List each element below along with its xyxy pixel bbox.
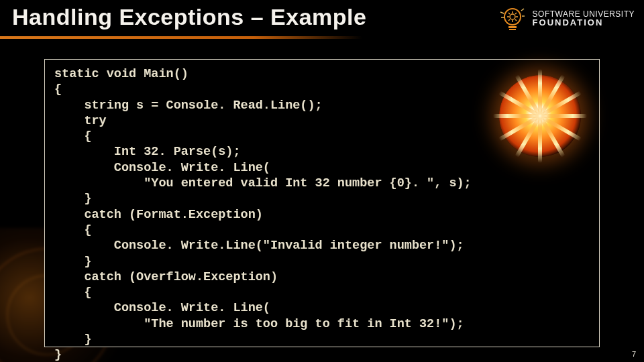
svg-line-9: [508, 19, 510, 21]
svg-point-1: [510, 14, 515, 19]
svg-line-12: [521, 9, 524, 11]
softuni-logo: SOFTWARE UNIVERSITY FOUNDATION: [499, 5, 635, 32]
code-content: static void Main() { string s = Console.…: [54, 66, 590, 362]
svg-line-8: [515, 13, 517, 14]
slide-title: Handling Exceptions – Example: [12, 4, 366, 30]
svg-line-10: [500, 12, 504, 13]
page-number: 7: [632, 350, 636, 358]
title-underline: [0, 36, 362, 39]
svg-line-6: [508, 13, 510, 14]
code-example-box: static void Main() { string s = Console.…: [44, 59, 600, 347]
lightbulb-gear-icon: [499, 5, 526, 32]
logo-line2: FOUNDATION: [533, 18, 635, 27]
svg-point-0: [504, 9, 521, 25]
svg-line-7: [515, 19, 517, 21]
logo-text: SOFTWARE UNIVERSITY FOUNDATION: [533, 10, 635, 27]
